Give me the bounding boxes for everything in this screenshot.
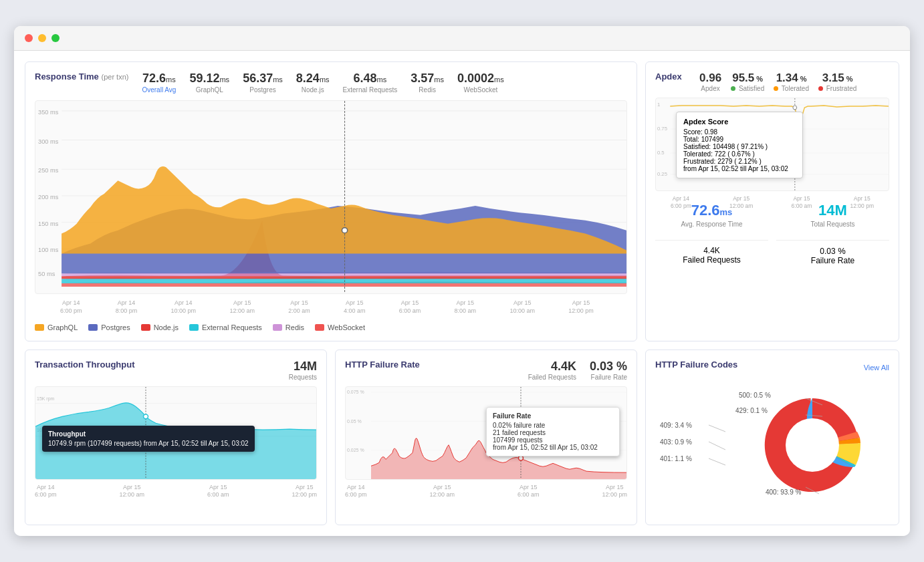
rt-metric-websocket: 0.0002ms WebSocket — [457, 72, 504, 94]
rt-header: Response Time (per txn) 72.6ms Overall A… — [35, 72, 627, 94]
svg-text:0.5: 0.5 — [657, 150, 665, 156]
throughput-tooltip: Throughput 10749.9 rpm (107499 requests)… — [42, 426, 255, 452]
svg-point-31 — [144, 414, 148, 419]
svg-point-25 — [793, 106, 797, 110]
failed-req-stat: 4.4K Failed Requests — [528, 360, 576, 381]
throughput-header: Transaction Throughput 14M Requests — [35, 360, 317, 381]
response-time-panel: Response Time (per txn) 72.6ms Overall A… — [25, 61, 637, 341]
svg-text:0.05 %: 0.05 % — [347, 419, 362, 424]
label-401: 401: 1.1 % — [660, 455, 692, 462]
maximize-button[interactable] — [51, 34, 60, 42]
browser-titlebar — [14, 26, 910, 51]
http-failure-codes-panel: HTTP Failure Codes View All — [645, 349, 899, 525]
apdex-time-axis: Apr 146:00 pm Apr 1512:00 am Apr 156:00 … — [656, 194, 889, 210]
rt-metrics: 72.6ms Overall Avg 59.12ms GraphQL 56.37… — [142, 72, 503, 94]
apdex-score: 0.96 Apdex — [699, 72, 721, 92]
svg-text:250 ms: 250 ms — [38, 168, 59, 174]
failure-rate-tooltip: Failure Rate 0.02% failure rate 21 faile… — [486, 407, 620, 456]
apdex-header: Apdex 0.96 Apdex 95.5 % Satisfied — [655, 72, 889, 92]
label-409: 409: 3.4 % — [660, 422, 692, 429]
close-button[interactable] — [25, 34, 33, 42]
label-429: 429: 0.1 % — [735, 407, 768, 414]
rt-metric-nodejs: 8.24ms Node.js — [296, 72, 330, 94]
label-400: 400: 93.9 % — [766, 488, 801, 496]
svg-line-44 — [709, 442, 725, 450]
failure-rate-header: HTTP Failure Rate 4.4K Failed Requests 0… — [345, 360, 627, 381]
legend-redis: Redis — [273, 323, 304, 331]
legend-dot-redis — [273, 324, 282, 331]
failure-rate-pct: 0.03 % Failure Rate — [590, 360, 627, 381]
throughput-stat: 14M Requests — [289, 360, 317, 381]
frustrated-dot — [818, 86, 823, 91]
legend-dot-external — [189, 324, 199, 331]
svg-text:0.025 %: 0.025 % — [347, 447, 364, 452]
svg-text:350 ms: 350 ms — [38, 109, 59, 116]
rt-metric-external: 6.48ms External Requests — [343, 72, 398, 94]
svg-text:1: 1 — [657, 102, 660, 108]
label-500: 500: 0.5 % — [739, 392, 771, 399]
throughput-panel: Transaction Throughput 14M Requests 15K … — [25, 349, 327, 525]
failed-requests-stat: 4.4K Failed Requests — [655, 240, 768, 265]
svg-text:150 ms: 150 ms — [38, 221, 59, 227]
bottom-grid: Transaction Throughput 14M Requests 15K … — [25, 349, 899, 525]
apdex-chart: 1 0.75 0.5 0.25 — [655, 98, 889, 191]
minimize-button[interactable] — [38, 34, 46, 42]
svg-text:0.25: 0.25 — [657, 171, 668, 177]
svg-line-43 — [709, 425, 725, 432]
pie-section: 500: 0.5 % 429: 0.1 % 409: 3.4 % 403: 0.… — [655, 382, 889, 515]
failure-rate-time-axis: Apr 146:00 pm Apr 1512:00 am Apr 156:00 … — [345, 484, 627, 499]
view-all-link[interactable]: View All — [864, 364, 889, 372]
apdex-tolerated: 1.34 % Tolerated — [774, 72, 809, 92]
rt-metric-postgres: 56.37ms Postgres — [243, 72, 283, 94]
apdex-satisfied: 95.5 % Satisfied — [731, 72, 764, 92]
dashboard: Response Time (per txn) 72.6ms Overall A… — [14, 51, 910, 535]
legend-dot-graphql — [35, 324, 44, 331]
apdex-metrics: 0.96 Apdex 95.5 % Satisfied 1.34 % — [699, 72, 856, 92]
legend-nodejs: Node.js — [141, 323, 179, 331]
rt-legend: GraphQL Postgres Node.js External Reques… — [35, 321, 627, 331]
legend-postgres: Postgres — [88, 323, 130, 331]
svg-line-45 — [709, 458, 725, 465]
svg-point-15 — [342, 228, 347, 233]
tolerated-dot — [774, 86, 778, 91]
apdex-panel: Apdex 0.96 Apdex 95.5 % Satisfied — [645, 61, 899, 341]
apdex-frustrated: 3.15 % Frustrated — [818, 72, 856, 92]
legend-graphql: GraphQL — [35, 323, 78, 331]
svg-point-39 — [519, 456, 524, 460]
failure-rate-stat: 0.03 % Failure Rate — [776, 240, 889, 265]
legend-websocket: WebSocket — [315, 323, 365, 331]
failure-codes-header: HTTP Failure Codes View All — [655, 360, 889, 376]
svg-text:100 ms: 100 ms — [38, 247, 59, 254]
failure-rate-stats: 4.4K Failed Requests 0.03 % Failure Rate — [528, 360, 627, 381]
satisfied-dot — [731, 86, 735, 91]
legend-dot-nodejs — [141, 324, 150, 331]
browser-window: Response Time (per txn) 72.6ms Overall A… — [14, 26, 910, 535]
response-time-chart: 350 ms 300 ms 250 ms 200 ms 150 ms 100 m… — [35, 100, 627, 294]
svg-text:15K rpm: 15K rpm — [37, 396, 55, 401]
svg-text:0.075 %: 0.075 % — [347, 390, 364, 394]
rt-metric-overall: 72.6ms Overall Avg — [142, 72, 176, 94]
label-403: 403: 0.9 % — [660, 438, 692, 446]
throughput-time-axis: Apr 146:00 pm Apr 1512:00 am Apr 156:00 … — [35, 484, 317, 499]
legend-dot-websocket — [315, 324, 324, 331]
svg-text:0.75: 0.75 — [657, 126, 668, 132]
svg-text:300 ms: 300 ms — [38, 138, 59, 145]
svg-text:50 ms: 50 ms — [38, 271, 55, 278]
pie-chart — [752, 388, 873, 502]
legend-external: External Requests — [189, 323, 262, 331]
failure-rate-chart: 0.075 % 0.05 % 0.025 % — [345, 386, 627, 480]
legend-dot-postgres — [88, 324, 98, 331]
rt-metric-redis: 3.57ms Redis — [411, 72, 444, 94]
rt-title: Response Time (per txn) — [35, 72, 128, 82]
http-failure-rate-panel: HTTP Failure Rate 4.4K Failed Requests 0… — [335, 349, 637, 525]
rt-metric-graphql: 59.12ms GraphQL — [189, 72, 229, 94]
apdex-tooltip: Apdex Score Score: 0.98 Total: 107499 Sa… — [676, 112, 803, 178]
svg-text:200 ms: 200 ms — [38, 194, 59, 200]
svg-point-40 — [786, 418, 839, 472]
pie-chart-container: 500: 0.5 % 429: 0.1 % 409: 3.4 % 403: 0.… — [659, 388, 886, 509]
rt-time-axis: Apr 146:00 pm Apr 148:00 pm Apr 1410:00 … — [35, 299, 627, 315]
throughput-chart: 15K rpm 10K rpm Throughput 10749.9 rpm (… — [35, 386, 317, 480]
